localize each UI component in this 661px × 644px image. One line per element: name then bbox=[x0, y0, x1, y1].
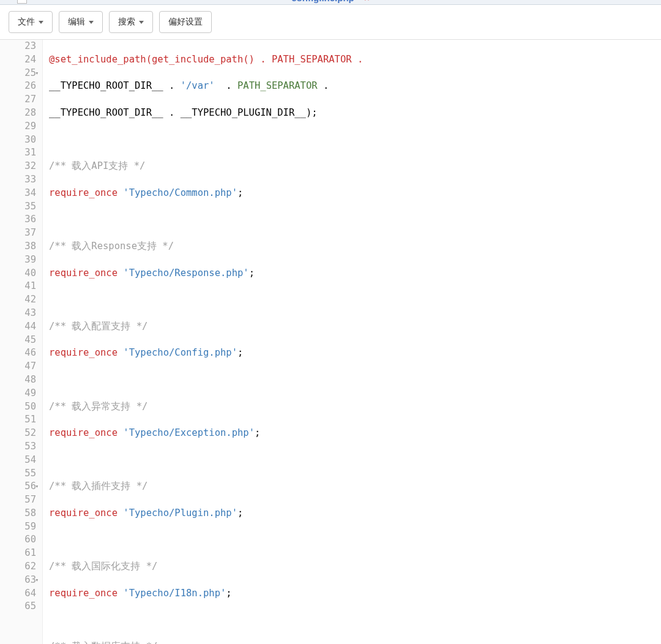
code-line: @set_include_path(get_include_path() . P… bbox=[49, 53, 661, 67]
line-number: 63 bbox=[0, 574, 36, 587]
code-line: require_once 'Typecho/Response.php'; bbox=[49, 267, 661, 280]
code-line: /** 载入国际化支持 */ bbox=[49, 560, 661, 574]
line-number: 36 bbox=[0, 213, 36, 227]
line-number: 39 bbox=[0, 253, 36, 267]
code-line: /** 载入数据库支持 */ bbox=[49, 640, 661, 644]
line-number: 27 bbox=[0, 93, 36, 107]
code-line bbox=[49, 213, 661, 227]
line-number: 60 bbox=[0, 533, 36, 547]
line-number: 54 bbox=[0, 454, 36, 467]
code-area[interactable]: @set_include_path(get_include_path() . P… bbox=[43, 40, 661, 644]
line-number: 42 bbox=[0, 293, 36, 307]
code-line: /** 载入API支持 */ bbox=[49, 160, 661, 173]
code-line bbox=[49, 533, 661, 547]
chevron-down-icon bbox=[139, 21, 144, 24]
search-menu-button[interactable]: 搜索 bbox=[109, 11, 153, 33]
line-number: 52 bbox=[0, 427, 36, 440]
chevron-down-icon bbox=[89, 21, 94, 24]
line-number: 34 bbox=[0, 187, 36, 200]
toolbar: 文件 编辑 搜索 偏好设置 bbox=[0, 5, 661, 40]
code-line: require_once 'Typecho/I18n.php'; bbox=[49, 587, 661, 601]
code-line bbox=[49, 133, 661, 147]
line-number: 30 bbox=[0, 133, 36, 147]
filename: config.inc.php bbox=[291, 0, 354, 3]
line-number: 24 bbox=[0, 53, 36, 67]
line-number: 23 bbox=[0, 40, 36, 53]
line-number: 48 bbox=[0, 373, 36, 387]
line-number: 55 bbox=[0, 467, 36, 481]
code-line bbox=[49, 454, 661, 467]
code-line: require_once 'Typecho/Plugin.php'; bbox=[49, 507, 661, 520]
line-number: 38 bbox=[0, 240, 36, 253]
line-number: 50 bbox=[0, 400, 36, 414]
line-number: 53 bbox=[0, 440, 36, 454]
edit-menu-button[interactable]: 编辑 bbox=[59, 11, 103, 33]
code-line: /** 载入Response支持 */ bbox=[49, 240, 661, 253]
code-editor[interactable]: 2324252627282930313233343536373839404142… bbox=[0, 40, 661, 644]
line-number: 35 bbox=[0, 200, 36, 214]
line-number: 32 bbox=[0, 160, 36, 173]
line-number: 61 bbox=[0, 547, 36, 560]
line-number: 31 bbox=[0, 146, 36, 160]
line-number: 51 bbox=[0, 413, 36, 427]
code-line: /** 载入异常支持 */ bbox=[49, 400, 661, 414]
line-number: 29 bbox=[0, 120, 36, 133]
preferences-button[interactable]: 偏好设置 bbox=[159, 11, 212, 33]
code-line: /** 载入配置支持 */ bbox=[49, 320, 661, 334]
line-number: 57 bbox=[0, 493, 36, 507]
code-line: __TYPECHO_ROOT_DIR__ . '/var' . PATH_SEP… bbox=[49, 80, 661, 93]
line-number: 26 bbox=[0, 80, 36, 93]
code-line bbox=[49, 373, 661, 387]
line-number: 49 bbox=[0, 387, 36, 400]
code-line bbox=[49, 613, 661, 627]
header-bar: config.inc.php × bbox=[0, 0, 661, 5]
line-number: 46 bbox=[0, 346, 36, 360]
line-number: 65 bbox=[0, 600, 36, 613]
code-line: require_once 'Typecho/Exception.php'; bbox=[49, 427, 661, 440]
code-line: __TYPECHO_ROOT_DIR__ . __TYPECHO_PLUGIN_… bbox=[49, 107, 661, 120]
line-number: 59 bbox=[0, 520, 36, 534]
code-line: require_once 'Typecho/Config.php'; bbox=[49, 346, 661, 360]
line-number: 28 bbox=[0, 107, 36, 120]
line-number: 40 bbox=[0, 267, 36, 280]
line-gutter: 2324252627282930313233343536373839404142… bbox=[0, 40, 43, 644]
line-number: 41 bbox=[0, 280, 36, 293]
line-number: 64 bbox=[0, 587, 36, 601]
line-number: 25 bbox=[0, 67, 36, 80]
code-line: require_once 'Typecho/Common.php'; bbox=[49, 187, 661, 200]
line-number: 43 bbox=[0, 307, 36, 320]
code-line: /** 载入插件支持 */ bbox=[49, 480, 661, 493]
filename-row: config.inc.php × bbox=[0, 0, 661, 3]
line-number: 47 bbox=[0, 360, 36, 373]
code-line bbox=[49, 293, 661, 307]
line-number: 33 bbox=[0, 173, 36, 187]
edit-indicator: × bbox=[364, 0, 370, 3]
line-number: 56 bbox=[0, 480, 36, 493]
line-number: 62 bbox=[0, 560, 36, 574]
line-number: 58 bbox=[0, 507, 36, 520]
line-number: 44 bbox=[0, 320, 36, 334]
file-menu-button[interactable]: 文件 bbox=[9, 11, 53, 33]
line-number: 45 bbox=[0, 334, 36, 347]
chevron-down-icon bbox=[39, 21, 43, 24]
line-number: 37 bbox=[0, 227, 36, 240]
